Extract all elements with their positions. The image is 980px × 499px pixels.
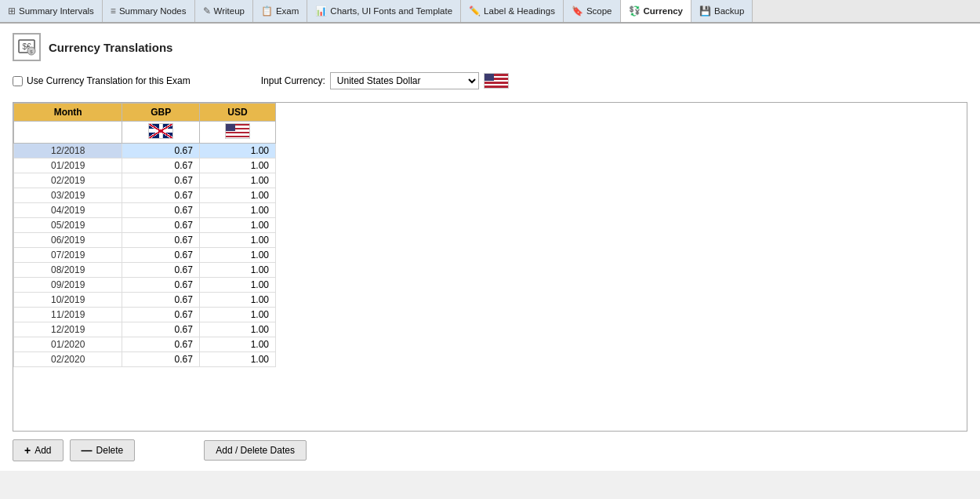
summary-intervals-icon: ⊞ — [8, 5, 16, 16]
cell-usd: 1.00 — [199, 352, 275, 367]
table-row[interactable]: 06/20190.671.00 — [14, 233, 276, 248]
cell-usd: 1.00 — [199, 263, 275, 278]
cell-usd: 1.00 — [199, 218, 275, 233]
cell-gbp: 0.67 — [122, 188, 200, 203]
currency-table-container: Month GBP USD 12/20180 — [13, 102, 967, 432]
cell-usd: 1.00 — [199, 188, 275, 203]
table-row[interactable]: 03/20190.671.00 — [14, 188, 276, 203]
cell-month: 05/2019 — [14, 218, 122, 233]
scope-icon: 🔖 — [572, 5, 583, 16]
table-row[interactable]: 11/20190.671.00 — [14, 308, 276, 322]
col-header-usd: USD — [199, 104, 275, 122]
cell-gbp: 0.67 — [122, 308, 200, 322]
table-scroll[interactable]: Month GBP USD 12/20180 — [13, 103, 967, 431]
main-content: $€ $ Currency Translations Use Currency … — [0, 24, 980, 471]
us-flag-icon — [484, 73, 509, 89]
us-flag-icon-table — [225, 123, 250, 139]
cell-usd: 1.00 — [199, 173, 275, 188]
add-icon: + — [24, 444, 31, 457]
table-row[interactable]: 08/20190.671.00 — [14, 263, 276, 278]
cell-month: 01/2019 — [14, 158, 122, 173]
cell-gbp: 0.67 — [122, 293, 200, 308]
currency-select[interactable]: United States Dollar British Pound Euro … — [330, 72, 479, 89]
cell-usd: 1.00 — [199, 248, 275, 263]
cell-month: 12/2018 — [14, 144, 122, 158]
tab-currency[interactable]: 💱 Currency — [620, 0, 692, 24]
table-row[interactable]: 12/20180.671.00 — [14, 144, 276, 158]
table-row[interactable]: 05/20190.671.00 — [14, 218, 276, 233]
tab-exam[interactable]: 📋 Exam — [252, 0, 307, 22]
label-headings-icon: ✏️ — [469, 5, 481, 16]
cell-usd: 1.00 — [199, 203, 275, 218]
cell-gbp: 0.67 — [122, 233, 200, 248]
cell-gbp: 0.67 — [122, 158, 200, 173]
table-row[interactable]: 07/20190.671.00 — [14, 248, 276, 263]
cell-gbp: 0.67 — [122, 173, 200, 188]
tab-writeup[interactable]: ✎ Writeup — [194, 0, 253, 22]
col-header-month: Month — [14, 104, 122, 122]
input-currency-row: Use Currency Translation for this Exam I… — [13, 72, 967, 89]
flag-row-usd-cell — [199, 122, 275, 144]
cell-gbp: 0.67 — [122, 337, 200, 352]
table-row[interactable]: 04/20190.671.00 — [14, 203, 276, 218]
cell-month: 08/2019 — [14, 263, 122, 278]
cell-usd: 1.00 — [199, 144, 275, 158]
page-title: Currency Translations — [49, 41, 172, 54]
cell-usd: 1.00 — [199, 308, 275, 322]
currency-icon: 💱 — [629, 5, 641, 16]
table-row[interactable]: 12/20190.671.00 — [14, 322, 276, 337]
table-row[interactable]: 10/20190.671.00 — [14, 293, 276, 308]
cell-gbp: 0.67 — [122, 322, 200, 337]
cell-month: 11/2019 — [14, 308, 122, 322]
cell-gbp: 0.67 — [122, 263, 200, 278]
cell-gbp: 0.67 — [122, 248, 200, 263]
tab-bar: ⊞ Summary Intervals ≡ Summary Nodes ✎ Wr… — [0, 0, 980, 24]
add-button[interactable]: + Add — [13, 439, 64, 461]
cell-month: 02/2019 — [14, 173, 122, 188]
cell-usd: 1.00 — [199, 322, 275, 337]
currency-translations-icon: $€ $ — [17, 38, 36, 56]
bottom-bar: + Add — Delete Add / Delete Dates — [13, 432, 967, 461]
page-header-icon: $€ $ — [13, 33, 41, 61]
cell-month: 06/2019 — [14, 233, 122, 248]
cell-usd: 1.00 — [199, 278, 275, 293]
use-currency-label[interactable]: Use Currency Translation for this Exam — [13, 75, 191, 86]
cell-usd: 1.00 — [199, 337, 275, 352]
table-row[interactable]: 02/20190.671.00 — [14, 173, 276, 188]
use-currency-checkbox[interactable] — [13, 76, 23, 86]
table-row[interactable]: 01/20190.671.00 — [14, 158, 276, 173]
flag-row-month-cell — [14, 122, 122, 144]
cell-gbp: 0.67 — [122, 144, 200, 158]
delete-button[interactable]: — Delete — [70, 439, 136, 461]
cell-usd: 1.00 — [199, 293, 275, 308]
currency-table: Month GBP USD 12/20180 — [13, 103, 276, 367]
tab-scope[interactable]: 🔖 Scope — [563, 0, 621, 22]
cell-month: 09/2019 — [14, 278, 122, 293]
uk-flag-icon — [148, 123, 173, 139]
backup-icon: 💾 — [699, 5, 711, 16]
cell-month: 02/2020 — [14, 352, 122, 367]
summary-nodes-icon: ≡ — [111, 5, 116, 16]
table-row[interactable]: 09/20190.671.00 — [14, 278, 276, 293]
table-row[interactable]: 01/20200.671.00 — [14, 337, 276, 352]
cell-month: 12/2019 — [14, 322, 122, 337]
delete-icon: — — [82, 444, 93, 457]
cell-month: 03/2019 — [14, 188, 122, 203]
cell-gbp: 0.67 — [122, 203, 200, 218]
table-row[interactable]: 02/20200.671.00 — [14, 352, 276, 367]
cell-gbp: 0.67 — [122, 352, 200, 367]
cell-month: 01/2020 — [14, 337, 122, 352]
tab-summary-intervals[interactable]: ⊞ Summary Intervals — [0, 0, 103, 22]
input-currency-label: Input Currency: — [261, 75, 325, 86]
cell-month: 10/2019 — [14, 293, 122, 308]
cell-month: 04/2019 — [14, 203, 122, 218]
tab-label-headings[interactable]: ✏️ Label & Headings — [460, 0, 564, 22]
col-header-gbp: GBP — [122, 104, 200, 122]
cell-usd: 1.00 — [199, 233, 275, 248]
tab-summary-nodes[interactable]: ≡ Summary Nodes — [102, 0, 195, 22]
tab-charts[interactable]: 📊 Charts, UI Fonts and Template — [307, 0, 461, 22]
tab-backup[interactable]: 💾 Backup — [691, 0, 753, 22]
page-header: $€ $ Currency Translations — [13, 33, 967, 61]
add-delete-dates-button[interactable]: Add / Delete Dates — [204, 440, 307, 461]
cell-gbp: 0.67 — [122, 218, 200, 233]
